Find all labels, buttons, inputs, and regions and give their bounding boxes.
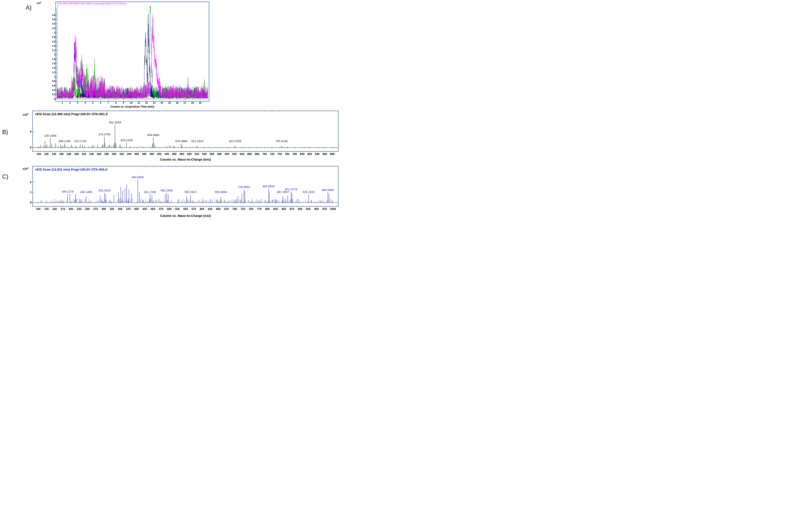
svg-text:2: 2: [54, 53, 55, 56]
panel-c-scale-label: x103: [23, 167, 28, 170]
svg-text:200: 200: [74, 153, 79, 156]
svg-text:150: 150: [52, 207, 57, 211]
svg-text:565.2822: 565.2822: [185, 190, 197, 194]
panel-a-axis-caption: Counts vs. Acquisition Time (min): [56, 105, 209, 108]
svg-text:225: 225: [77, 207, 82, 211]
svg-text:14: 14: [161, 101, 163, 104]
svg-text:780: 780: [292, 153, 297, 156]
svg-text:3: 3: [54, 31, 55, 34]
svg-text:320: 320: [119, 153, 124, 156]
svg-text:700: 700: [232, 207, 237, 211]
svg-text:880: 880: [330, 153, 335, 156]
svg-text:0: 0: [30, 146, 31, 149]
svg-text:16: 16: [176, 101, 178, 104]
svg-text:575: 575: [191, 207, 196, 211]
svg-text:1000: 1000: [330, 207, 336, 211]
svg-text:10: 10: [130, 101, 132, 104]
svg-text:300: 300: [101, 207, 106, 211]
svg-text:0: 0: [30, 201, 31, 204]
svg-text:280: 280: [104, 153, 109, 156]
svg-text:740: 740: [277, 153, 282, 156]
figure: A) x103 00.20.40.60.811.21.41.61.822.22.…: [0, 0, 341, 223]
svg-text:660: 660: [247, 153, 252, 156]
svg-text:700: 700: [262, 153, 267, 156]
svg-text:360: 360: [134, 153, 139, 156]
spectrum-b-plot: 0510012014016018020022024026028030032034…: [28, 110, 341, 164]
svg-text:18: 18: [191, 101, 193, 104]
svg-text:1.6: 1.6: [52, 62, 55, 65]
svg-text:550: 550: [184, 207, 188, 211]
svg-text:926.1502: 926.1502: [303, 190, 315, 194]
svg-text:11: 11: [137, 101, 140, 104]
svg-text:850: 850: [281, 207, 286, 211]
svg-text:100: 100: [36, 207, 41, 211]
svg-text:13: 13: [153, 101, 155, 104]
svg-text:580: 580: [217, 153, 222, 156]
svg-text:0: 0: [54, 98, 55, 100]
svg-text:160: 160: [59, 153, 64, 156]
svg-text:440: 440: [164, 153, 169, 156]
svg-text:775: 775: [257, 207, 262, 211]
svg-text:800: 800: [300, 153, 304, 156]
spectrum-c-title: +ESI Scan (12.811 min) Frag=100.0V OTA-0…: [35, 168, 107, 171]
svg-text:325: 325: [110, 207, 114, 211]
svg-text:984.5060: 984.5060: [322, 188, 334, 192]
svg-text:720: 720: [270, 153, 274, 156]
svg-text:820: 820: [307, 153, 312, 156]
panel-c-letter: C): [2, 173, 9, 180]
svg-text:250: 250: [85, 207, 90, 211]
svg-text:3: 3: [77, 101, 78, 104]
scale-mantissa: x10: [23, 167, 27, 170]
svg-text:950: 950: [314, 207, 319, 211]
svg-text:246.1495: 246.1495: [80, 190, 92, 194]
svg-text:520: 520: [195, 153, 199, 156]
svg-text:640: 640: [240, 153, 244, 156]
svg-text:15: 15: [168, 101, 171, 104]
svg-text:680: 680: [255, 153, 259, 156]
svg-text:450: 450: [150, 207, 155, 211]
svg-text:6: 6: [100, 101, 101, 104]
svg-text:600: 600: [200, 207, 204, 211]
svg-text:625: 625: [208, 207, 213, 211]
svg-text:480: 480: [179, 153, 184, 156]
svg-text:750: 750: [249, 207, 253, 211]
svg-text:302.3020: 302.3020: [99, 189, 111, 192]
panel-b-axis-caption: Counts vs. Mass-to-Charge (m/z): [33, 158, 338, 161]
svg-text:1: 1: [30, 190, 31, 194]
svg-text:400: 400: [149, 153, 154, 156]
svg-text:274.2705: 274.2705: [98, 133, 111, 136]
svg-text:492.2500: 492.2500: [161, 189, 173, 192]
svg-text:500: 500: [167, 207, 171, 211]
svg-text:860: 860: [322, 153, 327, 156]
chromatogram-corner-mark: 1: [57, 5, 58, 8]
svg-text:3.6: 3.6: [52, 18, 55, 20]
svg-text:725: 725: [241, 207, 245, 211]
svg-text:800: 800: [265, 207, 270, 211]
svg-text:825: 825: [273, 207, 278, 211]
svg-text:404.0800: 404.0800: [132, 175, 144, 179]
svg-text:2: 2: [69, 101, 71, 104]
spectrum-c-plot: 0121001251501752002252502753003253503754…: [28, 166, 341, 222]
svg-text:8: 8: [115, 101, 116, 104]
svg-text:675: 675: [224, 207, 229, 211]
svg-text:404.0860: 404.0860: [147, 133, 159, 137]
svg-text:760: 760: [285, 153, 289, 156]
svg-text:525: 525: [175, 207, 180, 211]
svg-text:840: 840: [315, 153, 320, 156]
svg-text:1.2: 1.2: [52, 71, 55, 74]
svg-text:2.8: 2.8: [52, 35, 55, 38]
svg-text:19: 19: [199, 101, 201, 104]
svg-text:441.2160: 441.2160: [144, 190, 156, 194]
svg-text:745.0148: 745.0148: [275, 140, 288, 143]
svg-text:500: 500: [187, 153, 192, 156]
svg-text:210.1730: 210.1730: [74, 140, 86, 143]
svg-text:302.3034: 302.3034: [109, 121, 121, 124]
svg-text:620: 620: [232, 153, 237, 156]
svg-text:2: 2: [30, 180, 31, 184]
svg-text:521.3322: 521.3322: [191, 140, 203, 143]
svg-text:0.4: 0.4: [52, 89, 55, 91]
svg-text:340: 340: [127, 153, 131, 156]
svg-text:0.2: 0.2: [52, 93, 55, 96]
svg-text:200: 200: [69, 207, 73, 211]
svg-text:220: 220: [82, 153, 86, 156]
